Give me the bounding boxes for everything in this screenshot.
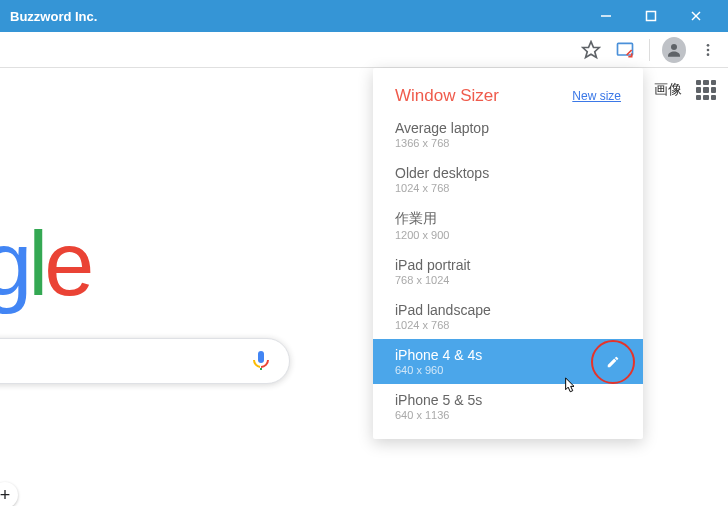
preset-name: Older desktops: [395, 165, 621, 181]
preset-ipad-landscape[interactable]: iPad landscape 1024 x 768: [373, 294, 643, 339]
preset-dim: 640 x 1136: [395, 409, 621, 421]
preset-dim: 1200 x 900: [395, 229, 621, 241]
bookmark-star-icon[interactable]: [579, 38, 603, 62]
close-button[interactable]: [673, 0, 718, 32]
mic-icon[interactable]: [249, 349, 273, 373]
preset-ipad-portrait[interactable]: iPad portrait 768 x 1024: [373, 249, 643, 294]
plus-icon: +: [0, 485, 10, 506]
preset-iphone-5[interactable]: iPhone 5 & 5s 640 x 1136: [373, 384, 643, 429]
edit-icon[interactable]: [606, 355, 620, 369]
preset-name: iPhone 5 & 5s: [395, 392, 621, 408]
preset-older-desktops[interactable]: Older desktops 1024 x 768: [373, 157, 643, 202]
profile-button[interactable]: [662, 38, 686, 62]
popup-header: Window Sizer New size: [373, 86, 643, 112]
maximize-button[interactable]: [628, 0, 673, 32]
svg-point-6: [671, 44, 677, 50]
minimize-button[interactable]: [583, 0, 628, 32]
preset-dim: 640 x 960: [395, 364, 621, 376]
svg-point-7: [707, 44, 710, 47]
preset-dim: 1024 x 768: [395, 182, 621, 194]
search-input[interactable]: [0, 338, 290, 384]
preset-name: iPad landscape: [395, 302, 621, 318]
google-apps-icon[interactable]: [696, 80, 716, 100]
preset-work[interactable]: 作業用 1200 x 900: [373, 202, 643, 249]
window-title: Buzzword Inc.: [10, 9, 583, 24]
page-content: oogle 画像 + Window Sizer New size Average…: [0, 68, 728, 506]
new-size-link[interactable]: New size: [572, 89, 621, 103]
browser-menu-button[interactable]: [696, 38, 720, 62]
toolbar-divider: [649, 39, 650, 61]
google-logo: oogle: [0, 213, 90, 316]
add-shortcut-button[interactable]: +: [0, 482, 18, 506]
svg-point-8: [707, 48, 710, 51]
svg-rect-5: [618, 43, 633, 55]
profile-avatar-icon: [662, 37, 686, 63]
preset-name: Average laptop: [395, 120, 621, 136]
preset-dim: 768 x 1024: [395, 274, 621, 286]
svg-rect-1: [646, 12, 655, 21]
logo-letter: e: [44, 214, 90, 314]
logo-letter: g: [0, 214, 28, 314]
window-sizer-popup: Window Sizer New size Average laptop 136…: [373, 68, 643, 439]
titlebar: Buzzword Inc.: [0, 0, 728, 32]
popup-title: Window Sizer: [395, 86, 499, 106]
preset-dim: 1366 x 768: [395, 137, 621, 149]
svg-point-9: [707, 53, 710, 56]
preset-iphone-4[interactable]: iPhone 4 & 4s 640 x 960: [373, 339, 643, 384]
logo-letter: l: [28, 214, 44, 314]
preset-average-laptop[interactable]: Average laptop 1366 x 768: [373, 112, 643, 157]
preset-name: iPhone 4 & 4s: [395, 347, 621, 363]
images-link[interactable]: 画像: [654, 81, 682, 99]
window-sizer-extension-icon[interactable]: [613, 38, 637, 62]
highlight-circle: [591, 340, 635, 384]
browser-toolbar: [0, 32, 728, 68]
preset-dim: 1024 x 768: [395, 319, 621, 331]
preset-name: iPad portrait: [395, 257, 621, 273]
preset-name: 作業用: [395, 210, 621, 228]
header-links: 画像: [654, 80, 716, 100]
svg-marker-4: [583, 41, 600, 57]
